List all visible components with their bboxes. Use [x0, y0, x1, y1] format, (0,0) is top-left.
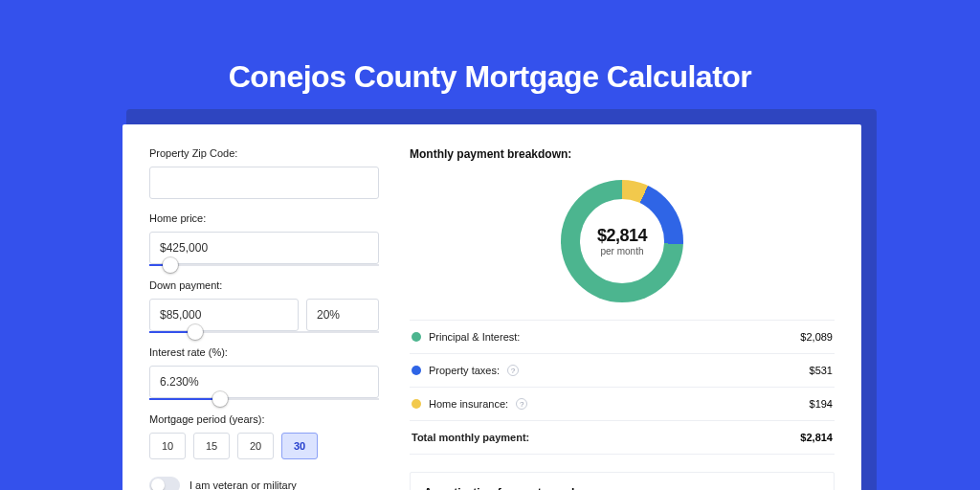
zip-label: Property Zip Code:: [149, 147, 379, 159]
page-title: Conejos County Mortgage Calculator: [0, 0, 980, 95]
row-label: Total monthly payment:: [412, 432, 529, 443]
row-principal: Principal & Interest: $2,089: [410, 321, 835, 354]
page-root: Conejos County Mortgage Calculator Prope…: [0, 0, 980, 490]
period-10[interactable]: 10: [149, 433, 186, 459]
row-total: Total monthly payment: $2,814: [410, 421, 835, 455]
breakdown-list: Principal & Interest: $2,089 Property ta…: [410, 320, 835, 455]
period-15[interactable]: 15: [193, 433, 230, 459]
dot-icon: [412, 332, 421, 342]
home-price-label: Home price:: [149, 212, 379, 224]
row-label: Principal & Interest:: [429, 331, 520, 343]
row-value: $2,089: [800, 331, 833, 343]
interest-slider[interactable]: [149, 398, 379, 400]
dot-icon: [412, 366, 421, 375]
down-payment-slider[interactable]: [149, 331, 379, 333]
monthly-heading: Monthly payment breakdown:: [410, 147, 835, 161]
row-value: $2,814: [800, 432, 833, 443]
help-icon[interactable]: ?: [507, 365, 519, 376]
row-value: $194: [810, 398, 833, 410]
down-payment-label: Down payment:: [149, 279, 379, 291]
results-panel: Monthly payment breakdown: $2,814 per mo…: [410, 147, 835, 490]
zip-input[interactable]: [149, 167, 379, 199]
interest-label: Interest rate (%):: [149, 346, 379, 358]
period-30[interactable]: 30: [281, 433, 318, 459]
home-price-group: Home price:: [149, 212, 379, 266]
slider-thumb[interactable]: [212, 391, 228, 407]
slider-thumb[interactable]: [188, 324, 203, 340]
donut-center: $2,814 per month: [580, 199, 664, 283]
form-panel: Property Zip Code: Home price: Down paym…: [149, 147, 379, 490]
row-taxes: Property taxes: ? $531: [410, 354, 835, 388]
home-price-slider[interactable]: [149, 264, 379, 266]
donut-total: $2,814: [597, 226, 647, 246]
interest-group: Interest rate (%):: [149, 346, 379, 400]
help-icon[interactable]: ?: [516, 398, 527, 410]
period-group: Mortgage period (years): 10 15 20 30: [149, 413, 379, 459]
down-payment-pct-input[interactable]: [306, 299, 379, 331]
down-payment-input[interactable]: [149, 299, 299, 331]
veteran-row: I am veteran or military: [149, 477, 379, 490]
zip-group: Property Zip Code:: [149, 147, 379, 199]
calculator-card: Property Zip Code: Home price: Down paym…: [122, 124, 861, 490]
donut-sub: per month: [600, 246, 643, 256]
dot-icon: [412, 399, 421, 409]
down-payment-group: Down payment:: [149, 279, 379, 333]
row-label: Home insurance:: [429, 398, 508, 410]
period-label: Mortgage period (years):: [149, 413, 379, 425]
interest-input[interactable]: [149, 366, 379, 398]
veteran-toggle[interactable]: [149, 477, 180, 490]
slider-thumb[interactable]: [163, 257, 178, 273]
amortization-section: Amortization for mortgage loan Amortizat…: [410, 472, 835, 490]
amort-heading: Amortization for mortgage loan: [424, 486, 820, 490]
veteran-label: I am veteran or military: [189, 479, 297, 490]
period-options: 10 15 20 30: [149, 433, 379, 459]
donut-chart: $2,814 per month: [410, 176, 835, 320]
home-price-input[interactable]: [149, 232, 379, 264]
row-value: $531: [810, 365, 833, 376]
row-label: Property taxes:: [429, 365, 500, 376]
period-20[interactable]: 20: [237, 433, 274, 459]
row-insurance: Home insurance: ? $194: [410, 388, 835, 421]
